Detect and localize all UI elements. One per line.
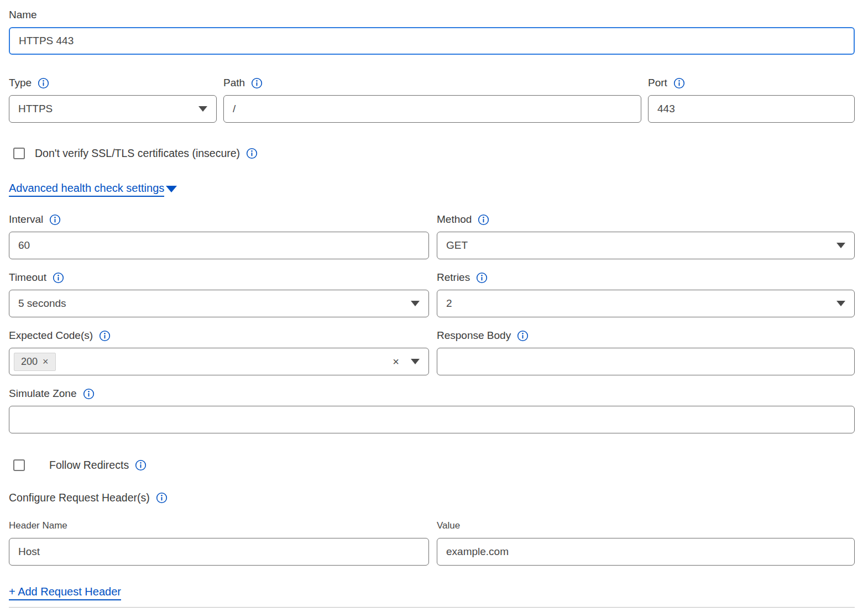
expected-codes-multiselect[interactable]: 200 × ×	[9, 348, 429, 375]
interval-label: Interval	[9, 213, 43, 226]
configure-headers-label: Configure Request Header(s)	[9, 491, 150, 504]
info-icon[interactable]	[38, 77, 49, 89]
info-icon[interactable]	[156, 492, 168, 504]
response-body-input[interactable]	[437, 348, 855, 375]
info-icon[interactable]	[476, 272, 488, 284]
follow-redirects-checkbox[interactable]	[13, 459, 25, 471]
section-divider	[9, 607, 855, 608]
interval-field: Interval	[9, 212, 429, 259]
chevron-down-icon	[198, 106, 207, 112]
info-icon[interactable]	[517, 330, 529, 342]
info-icon[interactable]	[83, 388, 95, 400]
ssl-verify-row: Don't verify SSL/TLS certificates (insec…	[9, 147, 855, 160]
header-name-input[interactable]	[9, 538, 429, 566]
chevron-down-icon	[166, 186, 177, 192]
port-field: Port	[648, 76, 855, 123]
remove-tag-icon[interactable]: ×	[43, 357, 49, 367]
info-icon[interactable]	[99, 330, 111, 342]
header-name-field: Header Name	[9, 519, 429, 566]
type-select-value: HTTPS	[18, 103, 53, 115]
path-field: Path	[223, 76, 641, 123]
add-header-row: + Add Request Header	[9, 585, 855, 598]
retries-field: Retries 2	[437, 270, 855, 317]
simulate-zone-input[interactable]	[9, 406, 855, 433]
response-body-label: Response Body	[437, 329, 511, 342]
timeout-retries-row: Timeout 5 seconds Retries 2	[9, 270, 855, 317]
info-icon[interactable]	[673, 77, 685, 89]
name-input[interactable]	[9, 27, 855, 55]
response-body-field: Response Body	[437, 328, 855, 375]
type-path-port-row: Type HTTPS Path Port	[9, 76, 855, 123]
info-icon[interactable]	[251, 77, 263, 89]
chevron-down-icon	[836, 301, 845, 306]
info-icon[interactable]	[135, 459, 147, 471]
info-icon[interactable]	[53, 272, 64, 284]
info-icon[interactable]	[49, 214, 61, 226]
clear-all-icon[interactable]: ×	[393, 356, 399, 367]
expected-codes-field: Expected Code(s) 200 × ×	[9, 328, 429, 375]
method-label: Method	[437, 213, 472, 226]
retries-label: Retries	[437, 271, 470, 284]
port-input[interactable]	[648, 95, 855, 123]
follow-redirects-label: Follow Redirects	[49, 459, 129, 472]
header-name-column-label: Header Name	[9, 520, 67, 531]
code-tag-value: 200	[21, 356, 38, 368]
port-label: Port	[648, 77, 667, 89]
chevron-down-icon	[836, 243, 845, 248]
simulate-zone-field: Simulate Zone	[9, 386, 855, 433]
retries-select[interactable]: 2	[437, 290, 855, 317]
header-value-input[interactable]	[437, 538, 855, 566]
advanced-settings-link-text: Advanced health check settings	[9, 182, 164, 197]
interval-method-row: Interval Method GET	[9, 212, 855, 259]
interval-input[interactable]	[9, 232, 429, 259]
header-value-field: Value	[437, 519, 855, 566]
name-label: Name	[9, 9, 37, 21]
info-icon[interactable]	[478, 214, 489, 226]
method-select[interactable]: GET	[437, 232, 855, 259]
health-check-form: Name Type HTTPS Path	[0, 0, 868, 612]
request-headers-section-label: Configure Request Header(s)	[9, 491, 855, 504]
path-input[interactable]	[223, 95, 641, 123]
follow-redirects-row: Follow Redirects	[9, 459, 855, 472]
info-icon[interactable]	[246, 148, 258, 159]
advanced-settings-link[interactable]: Advanced health check settings	[9, 182, 177, 195]
add-request-header-link-text: + Add Request Header	[9, 585, 121, 600]
type-select[interactable]: HTTPS	[9, 95, 217, 123]
expected-codes-label: Expected Code(s)	[9, 329, 93, 342]
codes-body-row: Expected Code(s) 200 × × Response Body	[9, 328, 855, 375]
header-value-column-label: Value	[437, 520, 460, 531]
type-label: Type	[9, 77, 32, 89]
add-request-header-link[interactable]: + Add Request Header	[9, 585, 121, 600]
timeout-select[interactable]: 5 seconds	[9, 290, 429, 317]
header-row: Header Name Value	[9, 519, 855, 566]
timeout-select-value: 5 seconds	[18, 297, 66, 310]
method-field: Method GET	[437, 212, 855, 259]
timeout-field: Timeout 5 seconds	[9, 270, 429, 317]
advanced-settings-row: Advanced health check settings	[9, 182, 855, 195]
timeout-label: Timeout	[9, 271, 46, 284]
code-tag: 200 ×	[14, 353, 56, 371]
type-field: Type HTTPS	[9, 76, 217, 123]
name-field: Name	[9, 8, 855, 55]
ssl-verify-checkbox[interactable]	[13, 148, 25, 159]
chevron-down-icon[interactable]	[411, 359, 420, 364]
path-label: Path	[223, 77, 245, 89]
retries-select-value: 2	[446, 297, 452, 310]
method-select-value: GET	[446, 239, 468, 252]
chevron-down-icon	[411, 301, 420, 306]
ssl-verify-label: Don't verify SSL/TLS certificates (insec…	[35, 147, 240, 160]
simulate-zone-label: Simulate Zone	[9, 388, 77, 400]
